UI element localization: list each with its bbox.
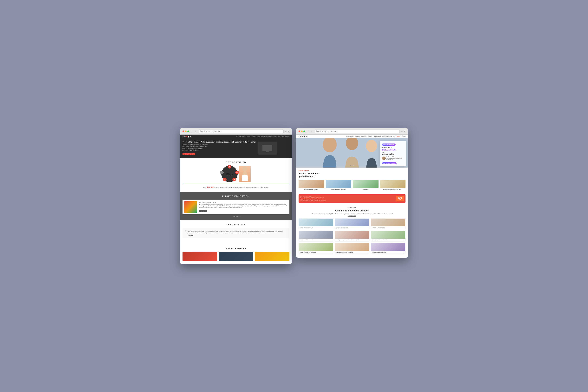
right-nav-francais[interactable]: Français [401, 136, 406, 137]
promo-left: canfitpro - 2022 GLOBAL CONFERENCE & TRA… [300, 196, 326, 201]
nav-events[interactable]: Events [257, 136, 260, 137]
inspire-line2: Ignite Results. [298, 175, 314, 178]
back-button[interactable]: ‹ [191, 130, 194, 133]
edu-grid-item-3[interactable]: EAT-CLEAN FOUNDATIONS › [371, 218, 406, 229]
dot-1[interactable] [233, 216, 234, 217]
edu-grid-item-1[interactable]: ACTIVE AGING CERTIFICATE › [298, 218, 333, 229]
circle-outer: PTS FIS HE NUT + CPR & AED [221, 166, 238, 182]
right-new-tab-icon[interactable]: + [401, 130, 402, 132]
right-browser-window: ‹ › Search or enter website name + ⊡ can… [296, 128, 408, 258]
date-badge: April 6th, 2022 | 11AM EST [382, 162, 396, 164]
left-browser-window: ‹ › Search or enter website name + ⊡ can… [180, 128, 292, 264]
person-image [239, 166, 250, 182]
cert-label-4: Healthy Eating & Weight Loss Coach [380, 189, 406, 190]
post-thumb-3[interactable] [255, 252, 290, 261]
right-maximize-button[interactable] [304, 130, 305, 132]
get-certified-heading: GET CERTIFIED [182, 161, 290, 164]
browser-actions: + ⊡ [285, 130, 290, 132]
promo-subtitle-tag: GLOBAL CONFERENCE & TRADE SHOW [300, 197, 326, 198]
hero-dot-3[interactable] [353, 166, 354, 166]
edu-grid-img-9 [371, 243, 405, 251]
maximize-button[interactable] [188, 130, 189, 132]
post-thumb-1[interactable] [182, 252, 217, 261]
dot-5[interactable] [238, 216, 240, 217]
dots-row [182, 216, 290, 217]
nav-blog[interactable]: Blog [236, 136, 238, 137]
edu-grid-img-2 [335, 218, 369, 226]
edu-grid-item-2[interactable]: CHILDREN'S FITNESS COACH › [335, 218, 370, 229]
close-button[interactable] [182, 130, 184, 132]
learn-more-link[interactable]: LEARN MORE [298, 215, 406, 216]
nav-find-trainer[interactable]: Find Trainer [278, 136, 284, 137]
right-back-button[interactable]: ‹ [307, 130, 310, 133]
quote-mark-icon: " [185, 230, 186, 236]
dot-4[interactable] [237, 216, 238, 217]
svg-point-5 [366, 140, 377, 152]
edu-grid-item-7[interactable]: ONLINE FITNESS PROFESSIONAL › [298, 243, 333, 254]
cert-card-2[interactable]: Fitness Instructor Specialist [326, 180, 352, 190]
hero-image [258, 142, 277, 154]
copy-icon[interactable]: ⊡ [288, 130, 290, 132]
right-nav-events[interactable]: Events ▾ [368, 136, 372, 137]
learn-more-button[interactable]: Learn More [199, 210, 207, 212]
fitness-edu-heading: FITNESS EDUCATION [182, 195, 290, 198]
nav-francais[interactable]: Français [285, 136, 290, 137]
cert-card-4[interactable]: Healthy Eating & Weight Loss Coach [380, 180, 406, 190]
edu-grid-item-5[interactable]: FASCIA, MOVEMENT & ASSESSMENTS COURSE › [335, 230, 370, 242]
right-close-button[interactable] [298, 130, 300, 132]
minimize-button[interactable] [185, 130, 186, 132]
edu-grid-img-8 [335, 243, 369, 251]
nav-get-certified[interactable]: Get Certified [240, 136, 246, 137]
nav-fitness-edu[interactable]: Fitness Education [247, 136, 256, 137]
recent-posts-heading: RECENT POSTS [182, 247, 290, 250]
edu-grid-label-7: ONLINE FITNESS PROFESSIONAL › [299, 251, 333, 254]
post-thumb-2[interactable] [218, 252, 253, 261]
edu-grid-label-1: ACTIVE AGING CERTIFICATE › [299, 226, 333, 229]
hero-bullets: Update your professional status and cert… [182, 144, 256, 152]
dot-2[interactable] [234, 216, 235, 217]
edu-grid-item-4[interactable]: EAT-CLEAN FOR WELLNESS › [298, 230, 333, 242]
new-tab-icon[interactable]: + [285, 130, 286, 132]
arrow-icon-2: › [368, 227, 368, 228]
cert-card-1[interactable]: Personal Training Specialist [298, 180, 324, 190]
right-browser-chrome: ‹ › Search or enter website name + ⊡ [296, 128, 408, 134]
arrow-icon-5: › [368, 239, 368, 241]
edu-grid-item-9[interactable]: STRESS RESILIENCY COURSE › [371, 243, 406, 254]
right-nav-membership[interactable]: Membership ▾ [374, 136, 381, 137]
left-nav-links: Blog Get Certified Fitness Education Eve… [236, 136, 290, 137]
access-portal-button[interactable]: ACCESS PORTAL [182, 153, 195, 155]
circle-center-text: CPR & AED [226, 174, 232, 174]
right-nav-blog[interactable]: Blog [393, 136, 396, 137]
promo-banner[interactable]: canfitpro - 2022 GLOBAL CONFERENCE & TRA… [298, 194, 406, 203]
nav-membership[interactable]: Membership [261, 136, 268, 137]
edu-grid-item-6[interactable]: FUNDAMENTALS OF NUTRITION › [371, 230, 406, 242]
right-nav-cont-edu[interactable]: Continuing Education ▾ [355, 136, 367, 137]
right-nav-fitness-biz[interactable]: Fitness Business ▾ [382, 136, 392, 137]
webinar-with: with [382, 152, 384, 153]
testimonial-dot[interactable] [236, 240, 236, 241]
dot-3-active[interactable] [236, 216, 236, 217]
forward-button[interactable]: › [194, 130, 197, 133]
hero-dot-1[interactable] [350, 166, 351, 166]
hero-dot-2[interactable] [352, 166, 352, 166]
cert-card-3[interactable]: CPR & AED [353, 180, 378, 190]
left-url-bar[interactable]: Search or enter website name [199, 130, 284, 133]
right-copy-icon[interactable]: ⊡ [404, 130, 406, 132]
edu-grid-item-8[interactable]: UNDERSTANDING A FIT PREGNANCY › [335, 243, 370, 254]
presenter-row: Dr. Rumeet Billan Chief Learning Archite… [382, 156, 404, 160]
inspire-heading: Inspire Confidence. Ignite Results. [298, 172, 406, 178]
right-minimize-button[interactable] [301, 130, 302, 132]
promo-right: 20% OFF [396, 196, 404, 201]
small-circle-4: NUT [223, 178, 226, 181]
right-nav-get-certified[interactable]: Get Certified ▾ [346, 136, 354, 137]
cert-section-tag: CERTIFICATION [298, 170, 406, 171]
promo-discount: 20% [398, 197, 402, 199]
testimonials-heading: TESTIMONIALS [182, 223, 290, 226]
certified-circle-area: PTS FIS HE NUT + CPR & AED [182, 166, 290, 182]
nav-fitness-biz[interactable]: Fitness Business [268, 136, 277, 137]
right-url-text: Search or enter website name [316, 130, 338, 132]
right-forward-button[interactable]: › [310, 130, 313, 133]
webinar-presenter-name: Dr. Rumeet Billan [382, 153, 404, 155]
right-nav-login[interactable]: Login [397, 136, 400, 137]
right-url-bar[interactable]: Search or enter website name [315, 130, 400, 133]
